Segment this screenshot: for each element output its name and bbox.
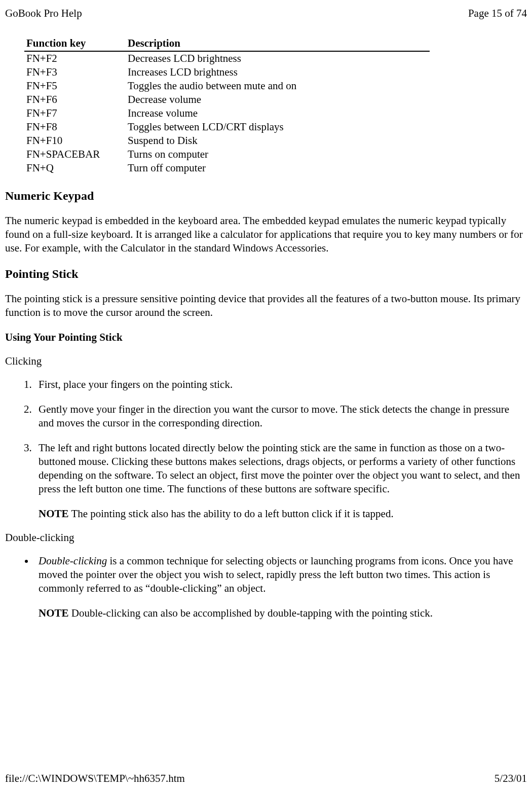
table-row: FN+F8Toggles between LCD/CRT displays (24, 120, 430, 134)
page-header: GoBook Pro Help Page 15 of 74 (0, 0, 532, 20)
cell-desc: Decreases LCD brightness (126, 51, 430, 65)
cell-key: FN+SPACEBAR (24, 148, 126, 161)
text-numeric-keypad: The numeric keypad is embedded in the ke… (5, 214, 527, 255)
table-row: FN+F5Toggles the audio between mute and … (24, 79, 430, 93)
note-tap-click: NOTE The pointing stick also has the abi… (39, 507, 527, 521)
cell-desc: Suspend to Disk (126, 134, 430, 148)
note-label: NOTE (39, 607, 69, 619)
cell-desc: Increases LCD brightness (126, 65, 430, 79)
cell-key: FN+F6 (24, 93, 126, 106)
doc-title: GoBook Pro Help (5, 7, 82, 20)
cell-desc: Increase volume (126, 106, 430, 120)
col-header-function-key: Function key (24, 35, 126, 51)
footer-date: 5/23/01 (495, 772, 527, 785)
text-pointing-stick: The pointing stick is a pressure sensiti… (5, 292, 527, 319)
table-header-row: Function key Description (24, 35, 430, 51)
note-text: The pointing stick also has the ability … (69, 508, 394, 520)
note-text: Double-clicking can also be accomplished… (69, 607, 433, 619)
heading-pointing-stick: Pointing Stick (5, 267, 527, 281)
cell-key: FN+F3 (24, 65, 126, 79)
table-row: FN+QTurn off computer (24, 161, 430, 175)
cell-key: FN+F5 (24, 79, 126, 93)
note-label: NOTE (39, 508, 69, 520)
list-item: First, place your fingers on the pointin… (34, 378, 527, 391)
clicking-steps-list: First, place your fingers on the pointin… (34, 378, 527, 495)
cell-desc: Toggles the audio between mute and on (126, 79, 430, 93)
list-item: Gently move your finger in the direction… (34, 403, 527, 430)
double-click-text: is a common technique for selecting obje… (39, 555, 513, 594)
col-header-description: Description (126, 35, 430, 51)
cell-key: FN+Q (24, 161, 126, 175)
cell-key: FN+F2 (24, 51, 126, 65)
function-key-table: Function key Description FN+F2Decreases … (24, 35, 430, 175)
page-footer: file://C:\WINDOWS\TEMP\~hh6357.htm 5/23/… (5, 772, 527, 785)
table-row: FN+SPACEBARTurns on computer (24, 148, 430, 161)
table-row: FN+F7Increase volume (24, 106, 430, 120)
cell-desc: Toggles between LCD/CRT displays (126, 120, 430, 134)
table-row: FN+F6Decrease volume (24, 93, 430, 106)
cell-key: FN+F8 (24, 120, 126, 134)
file-path: file://C:\WINDOWS\TEMP\~hh6357.htm (5, 772, 185, 785)
list-item: Double-clicking is a common technique fo… (34, 554, 527, 595)
label-double-clicking: Double-clicking (5, 531, 527, 544)
table-row: FN+F10Suspend to Disk (24, 134, 430, 148)
page-content: Function key Description FN+F2Decreases … (0, 20, 532, 620)
cell-desc: Decrease volume (126, 93, 430, 106)
cell-key: FN+F7 (24, 106, 126, 120)
double-clicking-list: Double-clicking is a common technique fo… (34, 554, 527, 595)
cell-key: FN+F10 (24, 134, 126, 148)
list-item: The left and right buttons located direc… (34, 441, 527, 496)
page-number: Page 15 of 74 (468, 7, 527, 20)
cell-desc: Turn off computer (126, 161, 430, 175)
label-clicking: Clicking (5, 355, 527, 368)
subheading-using-pointing-stick: Using Your Pointing Stick (5, 331, 527, 344)
cell-desc: Turns on computer (126, 148, 430, 161)
heading-numeric-keypad: Numeric Keypad (5, 189, 527, 203)
table-row: FN+F3Increases LCD brightness (24, 65, 430, 79)
term-double-clicking: Double-clicking (39, 555, 107, 567)
table-row: FN+F2Decreases LCD brightness (24, 51, 430, 65)
note-double-tap: NOTE Double-clicking can also be accompl… (39, 606, 527, 620)
